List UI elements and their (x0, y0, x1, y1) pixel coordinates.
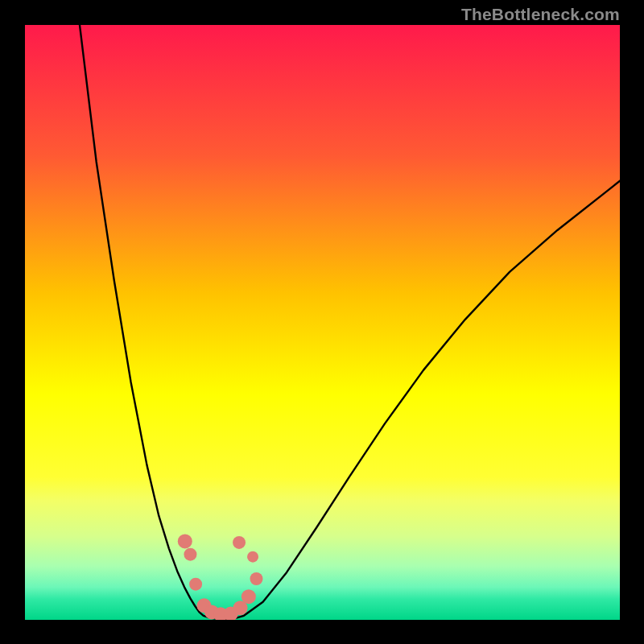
watermark-text: TheBottleneck.com (461, 5, 620, 24)
data-marker (189, 578, 202, 591)
plot-area (25, 25, 620, 620)
data-marker (178, 534, 192, 548)
data-marker (242, 589, 256, 604)
bottleneck-curve (80, 25, 620, 619)
data-marker (184, 548, 196, 561)
chart-svg (25, 25, 620, 620)
data-marker (250, 572, 262, 585)
data-marker (247, 551, 258, 563)
data-marker (233, 536, 246, 549)
chart-frame: TheBottleneck.com (0, 0, 644, 644)
